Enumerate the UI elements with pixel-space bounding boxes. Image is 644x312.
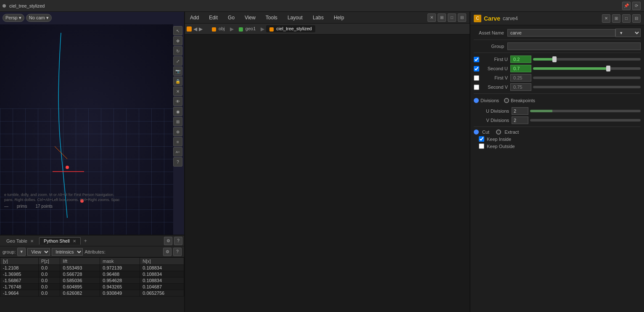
col-header-nx[interactable]: N[x]: [140, 258, 184, 265]
extract-option[interactable]: Extract: [496, 130, 519, 135]
col-header-pz[interactable]: P[z]: [38, 258, 60, 265]
menu-help[interactable]: Help: [332, 14, 346, 21]
ng-maximize-icon[interactable]: □: [448, 13, 456, 22]
first-v-input[interactable]: [510, 74, 531, 82]
rp-corner-buttons: ✕ ⊞ □ ⊟: [602, 14, 641, 23]
panel-settings-icon[interactable]: ⚙: [164, 237, 172, 245]
panel-help-icon[interactable]: ?: [174, 237, 182, 245]
keep-inside-label: Keep Inside: [487, 137, 511, 142]
tab-geo-table[interactable]: Geo Table ✕: [2, 237, 38, 245]
view-icon[interactable]: 👁: [173, 97, 182, 106]
table-cell: 0.566728: [60, 271, 100, 278]
menu-layout[interactable]: Layout: [286, 14, 304, 21]
rp-collapse-icon[interactable]: ⊞: [612, 14, 620, 23]
menu-add[interactable]: Add: [188, 14, 201, 21]
camera-view-icon[interactable]: 📷: [173, 66, 182, 76]
ng-detach-icon[interactable]: ⊞: [438, 13, 446, 22]
move-icon[interactable]: ✥: [173, 36, 182, 45]
second-u-input[interactable]: [510, 65, 531, 72]
filter-icon[interactable]: ▼: [17, 248, 26, 256]
select-icon[interactable]: ↖: [173, 26, 182, 35]
menu-go[interactable]: Go: [226, 14, 236, 21]
first-u-handle[interactable]: [552, 56, 557, 62]
rotate-icon[interactable]: ↻: [173, 46, 182, 56]
first-u-row: First U: [474, 56, 641, 63]
divisions-radio[interactable]: Divisions: [474, 98, 499, 103]
ng-grid-icon[interactable]: ⊟: [458, 13, 466, 22]
table-cell: 0.0652756: [140, 290, 184, 296]
tab-close-python[interactable]: ✕: [73, 239, 76, 243]
second-u-slider[interactable]: [533, 67, 641, 70]
menu-edit[interactable]: Edit: [207, 14, 219, 21]
keep-outside-row: Keep Outside: [474, 143, 641, 149]
pin-icon[interactable]: 📌: [622, 2, 631, 10]
view-select[interactable]: View: [27, 248, 50, 256]
asset-name-input[interactable]: [507, 29, 615, 37]
cut-option[interactable]: Cut: [474, 130, 489, 135]
menu-labs[interactable]: Labs: [311, 14, 325, 21]
breakpoints-radio[interactable]: Breakpoints: [504, 98, 535, 103]
tab-close-geo[interactable]: ✕: [30, 239, 34, 243]
keep-outside-checkbox[interactable]: [479, 143, 484, 149]
scene-3d: e tumble, dolly, and zoom. M or Alt+M fo…: [0, 24, 173, 235]
top-bar: ciel_tree_stylized 📌 ⟳: [0, 0, 644, 12]
second-v-slider[interactable]: [533, 86, 641, 88]
col-header-lift[interactable]: lift: [60, 258, 100, 265]
table-cell: 0.0: [38, 278, 60, 284]
group-label-rp: Group: [474, 44, 507, 49]
second-v-checkbox[interactable]: [474, 85, 479, 90]
first-u-checkbox[interactable]: [474, 57, 479, 62]
render-icon[interactable]: ?: [173, 157, 182, 167]
rp-expand-icon[interactable]: □: [622, 14, 631, 23]
snap-icon[interactable]: ⊕: [173, 127, 182, 136]
v-divisions-input[interactable]: [512, 116, 528, 124]
tab-ciel-tree[interactable]: ciel_tree_stylized: [266, 25, 315, 32]
table-cell: 0.0: [38, 284, 60, 290]
node-graph-tabs: ◀ ▶ obj ▶ geo1 ▶ ciel_tree_stylized: [185, 24, 470, 34]
group-input[interactable]: [507, 42, 641, 50]
rp-grid-icon[interactable]: ⊟: [632, 14, 641, 23]
rp-close-icon[interactable]: ✕: [602, 14, 610, 23]
asset-name-dropdown[interactable]: ▾: [615, 29, 641, 37]
level-icon[interactable]: ≡: [173, 137, 182, 146]
second-u-checkbox[interactable]: [474, 66, 479, 71]
tab-geo1[interactable]: geo1: [235, 25, 259, 32]
u-divisions-slider[interactable]: [530, 110, 641, 112]
tab-add-button[interactable]: +: [82, 237, 90, 245]
second-v-input[interactable]: [510, 83, 531, 91]
second-v-row: Second V: [474, 83, 641, 91]
first-v-checkbox[interactable]: [474, 75, 479, 81]
refresh-icon[interactable]: ⟳: [632, 2, 641, 10]
tab-obj[interactable]: obj: [209, 25, 228, 32]
nav-back-icon[interactable]: [187, 26, 192, 32]
tab-python-shell[interactable]: Python Shell ✕: [39, 237, 81, 245]
first-v-label: First V: [481, 75, 510, 80]
first-u-input[interactable]: [510, 56, 531, 63]
menu-view[interactable]: View: [243, 14, 257, 21]
zoom-icon[interactable]: A+: [173, 147, 182, 156]
scale-icon[interactable]: ⤢: [173, 56, 182, 66]
first-u-slider[interactable]: [533, 58, 641, 61]
cancel-icon[interactable]: ✕: [173, 87, 182, 96]
intrinsics-select[interactable]: Intrinsics: [52, 248, 83, 256]
second-u-label: Second U: [481, 66, 510, 71]
ng-close-icon[interactable]: ✕: [428, 13, 436, 22]
col-header-y[interactable]: [y]: [0, 258, 39, 265]
perspective-button[interactable]: Persp ▾: [3, 14, 24, 22]
col-header-mask[interactable]: mask: [100, 258, 140, 265]
keep-inside-checkbox[interactable]: [479, 136, 484, 142]
second-u-handle[interactable]: [606, 66, 610, 71]
spread-help-icon[interactable]: ?: [173, 248, 182, 256]
u-divisions-input[interactable]: [512, 107, 528, 115]
u-divisions-row: U Divisions: [474, 107, 641, 115]
visibility-icon[interactable]: ◉: [173, 107, 182, 116]
lock-icon[interactable]: 🔒: [173, 77, 182, 86]
v-divisions-slider[interactable]: [530, 119, 641, 122]
rp-header: C Carve carve4 ✕ ⊞ □ ⊟: [470, 12, 644, 25]
menu-tools[interactable]: Tools: [264, 14, 279, 21]
group-row: Group: [474, 42, 641, 50]
grid-icon[interactable]: ⊞: [173, 117, 182, 126]
first-v-slider[interactable]: [533, 77, 641, 79]
spread-settings-icon[interactable]: ⚙: [163, 248, 172, 256]
camera-button[interactable]: No cam ▾: [26, 14, 52, 22]
